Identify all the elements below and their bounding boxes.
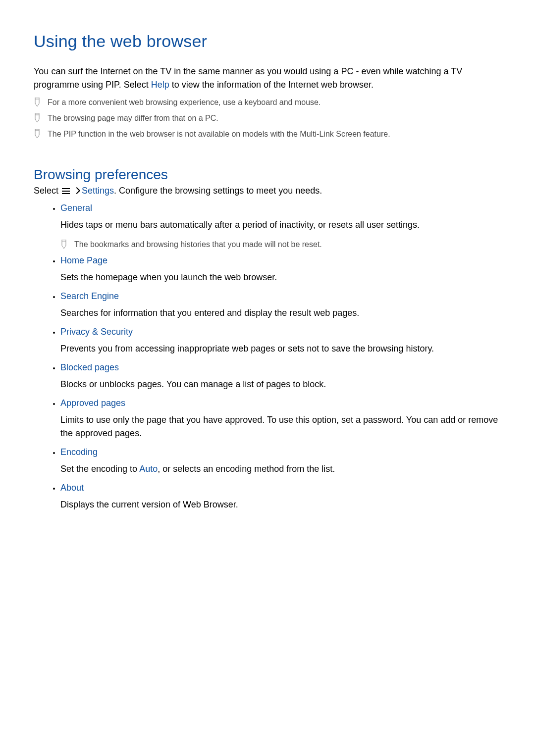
list-item: Blocked pages Blocks or unblocks pages. … <box>60 362 501 391</box>
list-item: Home Page Sets the homepage when you lau… <box>60 255 501 284</box>
list-item: Search Engine Searches for information t… <box>60 291 501 320</box>
encoding-desc-post: , or selects an encoding method from the… <box>158 464 335 474</box>
section-title: Browsing preferences <box>34 167 501 183</box>
list-item: About Displays the current version of We… <box>60 483 501 511</box>
note-item: The bookmarks and browsing histories tha… <box>60 239 501 251</box>
subintro-text-part1: Select <box>34 186 61 196</box>
option-home-page-label: Home Page <box>60 255 107 266</box>
note-item: The PIP function in the web browser is n… <box>34 128 501 140</box>
note-text: The browsing page may differ from that o… <box>48 112 218 124</box>
option-general-label: General <box>60 203 92 213</box>
note-text: The PIP function in the web browser is n… <box>48 128 390 140</box>
pencil-note-icon <box>60 240 67 251</box>
options-list: General Hides taps or menu bars automati… <box>34 203 501 511</box>
option-blocked-pages-label: Blocked pages <box>60 362 119 373</box>
subintro-paragraph: Select Settings. Configure the browsing … <box>34 186 501 196</box>
option-about-desc: Displays the current version of Web Brow… <box>60 498 501 511</box>
settings-link[interactable]: Settings <box>82 186 114 196</box>
help-link[interactable]: Help <box>151 80 169 90</box>
encoding-auto: Auto <box>139 464 158 474</box>
option-blocked-pages-desc: Blocks or unblocks pages. You can manage… <box>60 378 501 391</box>
list-item: Privacy & Security Prevents you from acc… <box>60 327 501 355</box>
note-text: For a more convenient web browsing exper… <box>48 97 321 108</box>
page: Using the web browser You can surf the I… <box>0 0 535 548</box>
note-item: The browsing page may differ from that o… <box>34 112 501 124</box>
pencil-note-icon <box>34 98 41 108</box>
list-item: Approved pages Limits to use only the pa… <box>60 398 501 440</box>
option-home-page-desc: Sets the homepage when you launch the we… <box>60 271 501 284</box>
option-search-engine-label: Search Engine <box>60 291 119 302</box>
list-item: Encoding Set the encoding to Auto, or se… <box>60 447 501 476</box>
pencil-note-icon <box>34 129 41 140</box>
intro-paragraph: You can surf the Internet on the TV in t… <box>34 65 501 92</box>
option-about-label: About <box>60 483 84 493</box>
option-encoding-label: Encoding <box>60 447 98 457</box>
chevron-right-icon <box>73 187 80 194</box>
note-item: For a more convenient web browsing exper… <box>34 97 501 108</box>
intro-text-part2: to view the information of the Internet … <box>169 80 374 90</box>
page-title: Using the web browser <box>34 32 501 51</box>
note-text: The bookmarks and browsing histories tha… <box>74 239 322 251</box>
option-privacy-security-desc: Prevents you from accessing inappropriat… <box>60 342 501 355</box>
option-approved-pages-label: Approved pages <box>60 398 125 408</box>
option-privacy-security-label: Privacy & Security <box>60 327 133 337</box>
option-encoding-desc: Set the encoding to Auto, or selects an … <box>60 462 501 476</box>
hamburger-menu-icon <box>62 188 70 194</box>
list-item: General Hides taps or menu bars automati… <box>60 203 501 251</box>
pencil-note-icon <box>34 113 41 124</box>
option-search-engine-desc: Searches for information that you entere… <box>60 306 501 320</box>
option-approved-pages-desc: Limits to use only the page that you hav… <box>60 413 501 440</box>
subintro-text-part2: . Configure the browsing settings to mee… <box>114 186 322 196</box>
option-general-desc: Hides taps or menu bars automatically af… <box>60 218 501 232</box>
encoding-desc-pre: Set the encoding to <box>60 464 139 474</box>
